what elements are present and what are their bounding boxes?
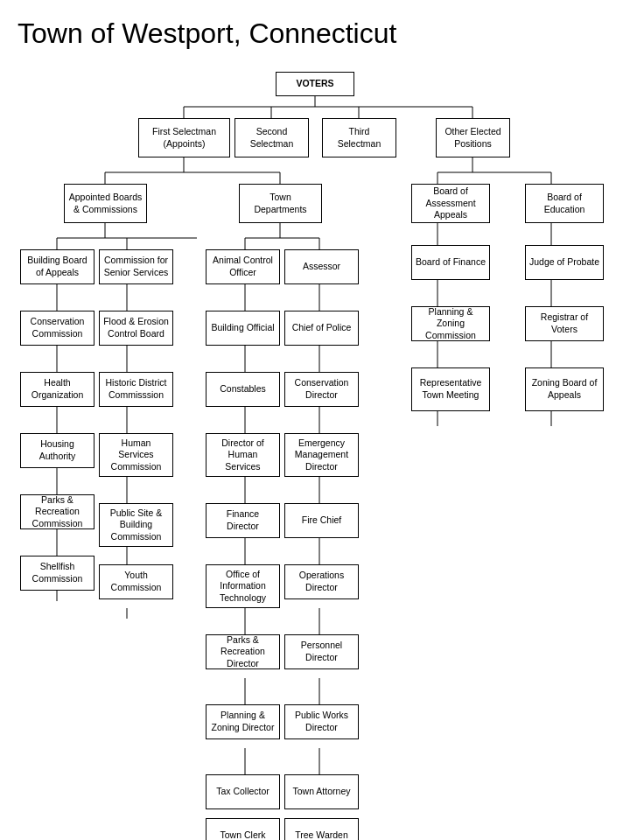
chief-police-box: Chief of Police	[284, 311, 359, 346]
third-selectman-box: Third Selectman	[322, 118, 396, 158]
board-finance-box: Board of Finance	[411, 245, 490, 280]
town-attorney-box: Town Attorney	[284, 774, 359, 809]
personnel-director-box: Personnel Director	[284, 634, 359, 669]
assessor-box: Assessor	[284, 249, 359, 284]
operations-director-box: Operations Director	[284, 564, 359, 599]
public-works-box: Public Works Director	[284, 704, 359, 739]
parks-rec-director-box: Parks & Recreation Director	[206, 634, 280, 669]
constables-box: Constables	[206, 372, 280, 407]
org-chart: VOTERS First Selectman (Appoints) Second…	[9, 67, 621, 840]
page-title: Town of Westport, Connecticut	[9, 18, 621, 50]
representative-town-box: Representative Town Meeting	[411, 368, 490, 411]
town-departments-box: Town Departments	[239, 184, 322, 223]
first-selectman-box: First Selectman (Appoints)	[138, 118, 230, 158]
youth-commission-box: Youth Commission	[99, 564, 173, 599]
other-elected-box: Other Elected Positions	[436, 118, 510, 158]
planning-zoning-commission-box: Planning & Zoning Commission	[411, 306, 490, 341]
historic-district-box: Historic District Commisssion	[99, 372, 173, 407]
conservation-commission-box: Conservation Commission	[20, 311, 94, 346]
public-site-box: Public Site & Building Commission	[99, 503, 173, 547]
parks-rec-commission-box: Parks & Recreation Commission	[20, 494, 94, 529]
building-board-box: Building Board of Appeals	[20, 249, 94, 284]
zoning-board-appeals-box: Zoning Board of Appeals	[525, 368, 604, 411]
town-clerk-box: Town Clerk	[206, 818, 280, 840]
animal-control-box: Animal Control Officer	[206, 249, 280, 284]
registrar-voters-box: Registrar of Voters	[525, 306, 604, 341]
board-assessment-box: Board of Assessment Appeals	[411, 184, 490, 223]
appointed-boards-box: Appointed Boards & Commissions	[64, 184, 147, 223]
fire-chief-box: Fire Chief	[284, 503, 359, 538]
planning-zoning-director-box: Planning & Zoning Director	[206, 704, 280, 739]
director-human-box: Director of Human Services	[206, 433, 280, 477]
voters-box: VOTERS	[276, 72, 354, 96]
info-tech-box: Office of Information Technology	[206, 564, 280, 608]
emergency-mgmt-box: Emergency Management Director	[284, 433, 359, 477]
health-org-box: Health Organization	[20, 372, 94, 407]
building-official-box: Building Official	[206, 311, 280, 346]
finance-director-box: Finance Director	[206, 503, 280, 538]
second-selectman-box: Second Selectman	[234, 118, 309, 158]
tree-warden-box: Tree Warden	[284, 818, 359, 840]
shellfish-box: Shellfish Commission	[20, 556, 94, 591]
conservation-director-box: Conservation Director	[284, 372, 359, 407]
tax-collector-box: Tax Collector	[206, 774, 280, 809]
judge-probate-box: Judge of Probate	[525, 245, 604, 280]
commission-senior-box: Commission for Senior Services	[99, 249, 173, 284]
flood-erosion-box: Flood & Erosion Control Board	[99, 311, 173, 346]
board-education-box: Board of Education	[525, 184, 604, 223]
housing-authority-box: Housing Authority	[20, 433, 94, 468]
human-services-box: Human Services Commission	[99, 433, 173, 477]
